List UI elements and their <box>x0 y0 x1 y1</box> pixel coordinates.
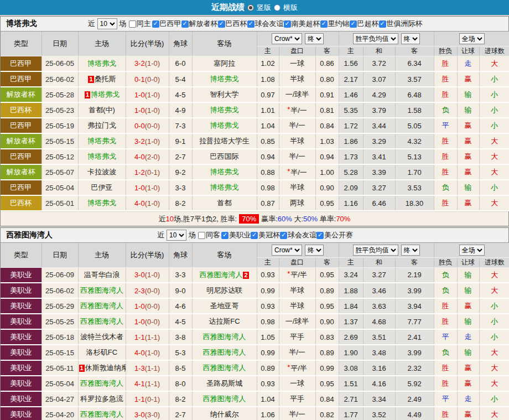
crow-home-odds-cell: 1.06 <box>257 407 279 420</box>
score-cell: 0-0(0-0) <box>126 118 169 133</box>
odds-company-select[interactable]: Crow* <box>272 33 302 44</box>
checkbox-checked-icon[interactable] <box>379 20 386 28</box>
col-type: 类型 <box>1 243 41 267</box>
league-filter[interactable]: 美职业 <box>221 230 251 240</box>
result-wdl-cell: 胜 <box>434 376 457 391</box>
league-filter[interactable]: 巴西甲 <box>152 19 181 29</box>
checkbox-checked-icon[interactable] <box>350 20 357 28</box>
fulltime-select[interactable]: 全场 <box>459 33 485 44</box>
avg-odds-select[interactable]: 胜平负均值 <box>353 33 398 44</box>
team-section: 博塔弗戈 近 10 场 同主 巴西甲解放者杯巴西杯球会友谊南美超杯里约锦巴超杯世… <box>0 16 509 226</box>
league-filter-label: 美冠杯 <box>258 230 280 240</box>
crow-home-odds-cell: 0.99 <box>257 345 279 360</box>
league-filter[interactable]: 里约锦 <box>320 19 350 29</box>
horizontal-layout-label[interactable]: 横版 <box>283 3 298 13</box>
team-name: 博塔弗戈 <box>87 152 116 160</box>
checkbox-checked-icon[interactable] <box>284 20 291 28</box>
col-result-wdl: 胜负 <box>434 46 457 56</box>
checkbox-checked-icon[interactable] <box>221 232 228 239</box>
league-filter[interactable]: 巴超杯 <box>350 19 379 29</box>
result-handicap-cell: 输 <box>457 283 479 298</box>
corner-cell: 5-3 <box>169 345 192 360</box>
near-count-select[interactable]: 10 <box>97 18 117 29</box>
avg-odds-select[interactable]: 胜平负均值 <box>353 245 398 256</box>
same-venue-filter[interactable]: 同客 <box>198 230 220 240</box>
competition-cell: 巴西杯 <box>1 195 41 211</box>
col-score: 比分(半场) <box>126 243 169 267</box>
col-handicap: 盘口 <box>279 46 315 56</box>
home-team-cell: 弗拉门戈 <box>78 118 126 133</box>
handicap-cell: 一/球半 <box>279 87 315 102</box>
checkbox-checked-icon[interactable] <box>320 20 328 28</box>
team-name: 博塔弗戈 <box>87 59 116 68</box>
competition-cell: 美职业 <box>1 360 41 376</box>
fulltime-score: 1-1 <box>134 333 145 341</box>
match-row: 巴西甲25-06-05博塔弗戈3-2(1-0)6-0塞阿拉1.02一球0.861… <box>1 56 509 71</box>
checkbox-unchecked-icon[interactable] <box>129 20 136 28</box>
halftime-score: (1-0) <box>145 271 160 279</box>
league-filter[interactable]: 南美超杯 <box>284 19 320 29</box>
team-name-heading: 西雅图海湾人 <box>6 230 53 240</box>
checkbox-checked-icon[interactable] <box>152 20 159 28</box>
star-marker: * <box>287 269 290 278</box>
corner-cell: 4-6 <box>169 298 192 314</box>
odds-time-select[interactable]: 终 <box>305 245 324 256</box>
avg-win-cell: 1.16 <box>339 195 363 211</box>
league-filter[interactable]: 巴西杯 <box>218 19 247 29</box>
away-team-cell: 首都 <box>192 195 257 211</box>
same-venue-filter[interactable]: 同主 <box>129 19 151 29</box>
away-team-cell: 西雅图海湾人 <box>192 391 257 407</box>
result-handicap-cell: 赢 <box>457 118 479 133</box>
avg-time-select[interactable]: 终 <box>401 33 420 44</box>
summary-part: 赢率: <box>261 214 278 224</box>
away-team-cell: 博塔弗戈 <box>192 102 257 118</box>
checkbox-checked-icon[interactable] <box>280 232 287 239</box>
league-filters: 美职业美冠杯球会友谊美公开赛 <box>221 230 353 240</box>
crow-away-odds-cell: 1.00 <box>315 164 339 180</box>
checkbox-unchecked-icon[interactable] <box>198 232 205 239</box>
team-name: 塞阿拉 <box>214 59 235 68</box>
crow-away-odds-cell: 0.81 <box>315 102 339 118</box>
checkbox-checked-icon[interactable] <box>316 232 324 239</box>
avg-lose-cell: 4.49 <box>395 407 434 420</box>
result-wdl-cell: 胜 <box>434 133 457 149</box>
team-name: 拉普拉塔大学生 <box>199 137 250 145</box>
vertical-layout-radio[interactable] <box>247 4 254 11</box>
avg-lose-cell: 2.32 <box>395 360 434 376</box>
competition-cell: 美职业 <box>1 329 41 345</box>
vertical-layout-label[interactable]: 竖版 <box>257 3 271 13</box>
horizontal-layout-radio[interactable] <box>274 4 281 11</box>
match-row: 巴西杯25-05-01博塔弗戈4-0(1-0)8-2首都0.87两球0.951.… <box>1 195 509 211</box>
checkbox-checked-icon[interactable] <box>251 232 258 239</box>
league-filter[interactable]: 美公开赛 <box>316 230 353 240</box>
checkbox-checked-icon[interactable] <box>181 20 189 28</box>
avg-time-select[interactable]: 终 <box>401 245 420 256</box>
corner-cell: 4-5 <box>169 314 192 329</box>
avg-draw-cell: 3.52 <box>363 407 395 420</box>
checkbox-checked-icon[interactable] <box>247 20 254 28</box>
checkbox-checked-icon[interactable] <box>218 20 225 28</box>
league-filter[interactable]: 球会友谊 <box>280 230 316 240</box>
result-handicap-cell: 输 <box>457 345 479 360</box>
near-count-select[interactable]: 10 <box>167 230 186 241</box>
competition-cell: 解放者杯 <box>1 87 41 102</box>
team-name: 西雅图海湾人 <box>80 286 123 294</box>
odds-company-select[interactable]: Crow* <box>272 245 302 256</box>
league-filter[interactable]: 世俱洲际杯 <box>379 19 423 29</box>
result-handicap-cell: 赢 <box>457 71 479 87</box>
crow-home-odds-cell: 0.99 <box>257 283 279 298</box>
league-filter[interactable]: 解放者杯 <box>181 19 218 29</box>
crow-away-odds-cell: 0.95 <box>315 267 339 283</box>
league-filter[interactable]: 球会友谊 <box>247 19 284 29</box>
summary-part: 10 <box>166 215 174 223</box>
league-filter[interactable]: 美冠杯 <box>251 230 280 240</box>
fulltime-select[interactable]: 全场 <box>459 245 485 256</box>
score-cell: 1-0(0-0) <box>126 314 169 329</box>
league-filters: 巴西甲解放者杯巴西杯球会友谊南美超杯里约锦巴超杯世俱洲际杯 <box>152 19 423 29</box>
score-cell: 1-2(0-1) <box>126 164 169 180</box>
avg-draw-cell: 6.46 <box>363 195 395 211</box>
avg-lose-cell: 5.13 <box>395 149 434 164</box>
avg-lose-cell: 18.30 <box>395 195 434 211</box>
result-wdl-cell: 负 <box>434 180 457 195</box>
odds-time-select[interactable]: 终 <box>305 33 324 44</box>
